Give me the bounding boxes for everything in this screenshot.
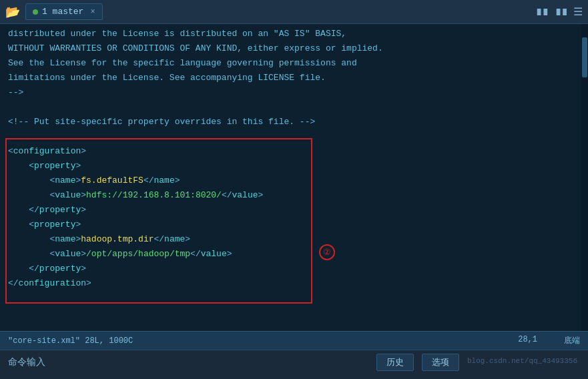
code-line: WITHOUT WARRANTIES OR CONDITIONS OF ANY … xyxy=(0,41,588,56)
status-right: 28,1 底端 xyxy=(518,335,580,346)
code-line: <name>hadoop.tmp.dir</name> xyxy=(0,232,588,247)
command-bar: 命令输入 历史 选项 blog.csdn.net/qq_43493356 xyxy=(0,350,588,374)
annotation-circle-2: ② xyxy=(319,244,335,260)
code-line: <!-- Put site-specific property override… xyxy=(0,115,588,129)
cmd-label: 命令输入 xyxy=(8,356,45,368)
editor-mode: 底端 xyxy=(564,335,580,346)
tab-master[interactable]: 1 master × xyxy=(25,3,103,20)
code-line: <value>/opt/apps/hadoop/tmp</value> xyxy=(0,247,588,262)
code-line: <configuration> xyxy=(0,144,588,159)
folder-icon[interactable]: 📂 xyxy=(5,5,20,19)
code-line: <name>fs.defaultFS</name> xyxy=(0,173,588,188)
code-line: <property> xyxy=(0,159,588,173)
code-line: See the License for the specific languag… xyxy=(0,56,588,71)
status-bar: "core-site.xml" 28L, 1000C 28,1 底端 xyxy=(0,331,588,350)
file-info: "core-site.xml" 28L, 1000C xyxy=(8,336,133,346)
options-button[interactable]: 选项 xyxy=(422,354,459,371)
tab-close-button[interactable]: × xyxy=(90,7,95,17)
code-line: </property> xyxy=(0,262,588,276)
cmd-input[interactable] xyxy=(53,357,368,368)
grid-icon[interactable]: ∎∎ ∎∎ xyxy=(536,5,568,19)
code-line: limitations under the License. See accom… xyxy=(0,71,588,85)
scrollbar-thumb[interactable] xyxy=(582,37,587,77)
title-bar: 📂 1 master × ∎∎ ∎∎ ☰ xyxy=(0,0,588,24)
editor-area: distributed under the License is distrib… xyxy=(0,24,588,331)
scrollbar[interactable] xyxy=(581,24,588,331)
code-line: <property> xyxy=(0,218,588,232)
code-line: <value>hdfs://192.168.8.101:8020/</value… xyxy=(0,188,588,203)
code-line: distributed under the License is distrib… xyxy=(0,27,588,41)
cursor-position: 28,1 xyxy=(518,335,537,346)
title-bar-right: ∎∎ ∎∎ ☰ xyxy=(536,5,583,19)
code-line-empty xyxy=(0,100,588,115)
menu-icon[interactable]: ☰ xyxy=(573,5,583,19)
code-line-empty xyxy=(0,129,588,144)
tab-label: 1 master xyxy=(42,7,83,17)
tab-dot xyxy=(33,9,38,15)
watermark-text: blog.csdn.net/qq_43493356 xyxy=(467,357,580,365)
code-line: </property> xyxy=(0,203,588,218)
history-button[interactable]: 历史 xyxy=(376,354,414,371)
title-bar-left: 📂 1 master × xyxy=(5,3,103,20)
code-line: </configuration> xyxy=(0,276,588,291)
code-line: --> xyxy=(0,85,588,100)
